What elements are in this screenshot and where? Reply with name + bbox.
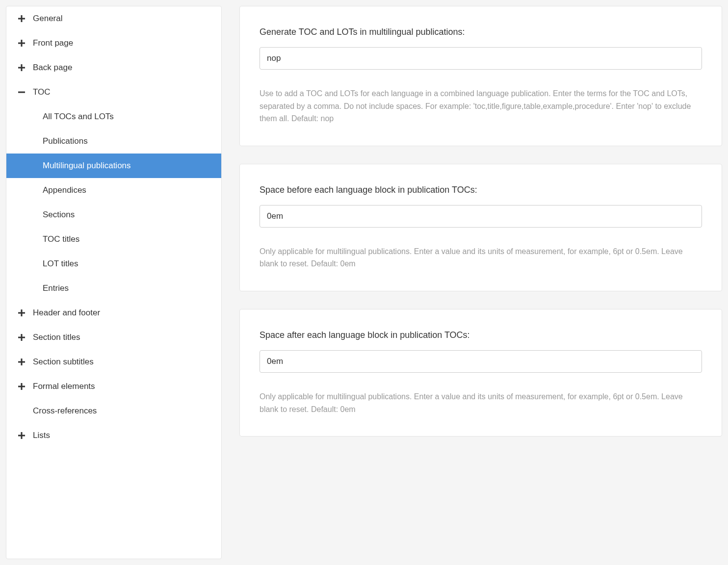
sidebar-item-label: General: [33, 14, 62, 24]
sidebar-item-cross-references[interactable]: Cross-references: [6, 399, 221, 423]
sidebar-item-label: Formal elements: [33, 382, 95, 391]
help-text: Only applicable for multilingual publica…: [260, 390, 702, 415]
sidebar-item-label: TOC titles: [43, 234, 79, 244]
sidebar-item-multilingual-publications[interactable]: Multilingual publications: [6, 154, 221, 178]
panel-title: Space after each language block in publi…: [260, 330, 702, 340]
sidebar-nav: GeneralFront pageBack pageTOCAll TOCs an…: [6, 6, 222, 559]
help-text: Use to add a TOC and LOTs for each langu…: [260, 87, 702, 125]
svg-rect-6: [18, 92, 25, 93]
sidebar-item-publications[interactable]: Publications: [6, 129, 221, 154]
sidebar-item-back-page[interactable]: Back page: [6, 55, 221, 80]
sidebar-item-label: Back page: [33, 63, 72, 73]
sidebar-item-all-tocs-and-lots[interactable]: All TOCs and LOTs: [6, 104, 221, 129]
settings-panel: Generate TOC and LOTs in multilingual pu…: [239, 6, 722, 146]
sidebar-item-section-subtitles[interactable]: Section subtitles: [6, 350, 221, 374]
sidebar-item-label: Section titles: [33, 333, 80, 342]
svg-rect-5: [18, 67, 25, 69]
svg-rect-8: [18, 312, 25, 314]
settings-panel: Space after each language block in publi…: [239, 309, 722, 437]
svg-rect-12: [18, 361, 25, 363]
sidebar-item-label: All TOCs and LOTs: [43, 112, 114, 122]
panel-title: Space before each language block in publ…: [260, 185, 702, 195]
sidebar-item-label: Cross-references: [33, 406, 97, 416]
sidebar-item-label: Appendices: [43, 185, 86, 195]
sidebar-item-formal-elements[interactable]: Formal elements: [6, 374, 221, 399]
sidebar-item-toc-titles[interactable]: TOC titles: [6, 227, 221, 252]
svg-rect-10: [18, 337, 25, 338]
sidebar-item-label: Front page: [33, 38, 73, 48]
sidebar-item-appendices[interactable]: Appendices: [6, 178, 221, 203]
expand-icon: [17, 309, 26, 316]
collapse-icon: [17, 89, 26, 96]
sidebar-item-lot-titles[interactable]: LOT titles: [6, 252, 221, 276]
sidebar-item-label: LOT titles: [43, 259, 78, 269]
sidebar-item-label: Lists: [33, 431, 50, 440]
sidebar-item-label: Sections: [43, 210, 75, 220]
svg-rect-1: [18, 18, 25, 20]
expand-icon: [17, 40, 26, 47]
main-content: Generate TOC and LOTs in multilingual pu…: [239, 6, 722, 559]
svg-rect-14: [18, 386, 25, 387]
svg-rect-16: [18, 435, 25, 437]
setting-input[interactable]: [260, 205, 702, 228]
expand-icon: [17, 64, 26, 71]
sidebar-item-front-page[interactable]: Front page: [6, 31, 221, 55]
sidebar-item-section-titles[interactable]: Section titles: [6, 325, 221, 350]
expand-icon: [17, 15, 26, 22]
sidebar-item-label: Entries: [43, 283, 69, 293]
sidebar-item-label: Publications: [43, 136, 88, 146]
expand-icon: [17, 359, 26, 365]
sidebar-item-lists[interactable]: Lists: [6, 423, 221, 448]
expand-icon: [17, 383, 26, 390]
panel-title: Generate TOC and LOTs in multilingual pu…: [260, 27, 702, 37]
sidebar-item-label: Section subtitles: [33, 357, 94, 367]
sidebar-item-label: TOC: [33, 87, 51, 97]
expand-icon: [17, 334, 26, 341]
sidebar-item-label: Header and footer: [33, 308, 100, 318]
sidebar-item-header-and-footer[interactable]: Header and footer: [6, 301, 221, 325]
sidebar-item-sections[interactable]: Sections: [6, 203, 221, 227]
sidebar-item-entries[interactable]: Entries: [6, 276, 221, 301]
sidebar-item-label: Multilingual publications: [43, 161, 131, 171]
sidebar-item-toc[interactable]: TOC: [6, 80, 221, 104]
help-text: Only applicable for multilingual publica…: [260, 245, 702, 270]
setting-input[interactable]: [260, 350, 702, 373]
settings-panel: Space before each language block in publ…: [239, 164, 722, 291]
setting-input[interactable]: [260, 47, 702, 70]
svg-rect-3: [18, 43, 25, 44]
sidebar-item-general[interactable]: General: [6, 6, 221, 31]
expand-icon: [17, 432, 26, 439]
